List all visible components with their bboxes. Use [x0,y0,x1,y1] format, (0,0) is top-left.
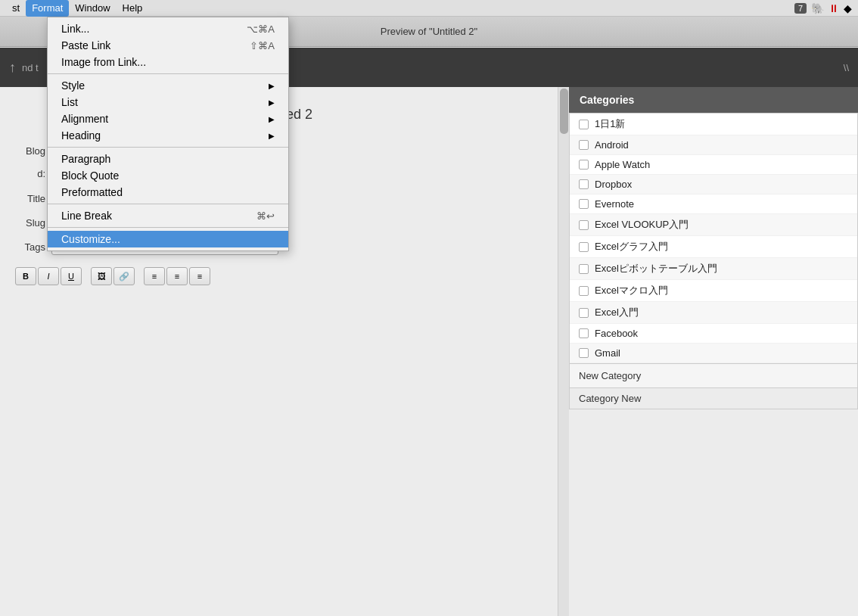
category-item: Excelマクロ入門 [570,280,857,302]
category-btn-row: Category New [569,388,858,409]
format-toolbar: B I U 🖼 🔗 ≡ ≡ ≡ [15,267,552,285]
category-item: Excelピボットテーブル入門 [570,258,857,280]
category-checkbox-5[interactable] [579,220,589,230]
category-item: Excel VLOOKUP入門 [570,214,857,236]
badge-count: 7 [794,3,807,14]
new-category-bar: New Category [569,364,858,388]
trello-icon: 🐘 [811,2,824,14]
menu-item-paste-link[interactable]: Paste Link ⇧⌘A [48,37,288,54]
category-checkbox-7[interactable] [579,264,589,274]
category-checkbox-6[interactable] [579,242,589,252]
fmt-btn-i[interactable]: I [38,267,59,285]
menu-item-line-break[interactable]: Line Break ⌘↩ [48,207,288,224]
status-label: d: [15,168,45,179]
separator-2 [48,147,288,148]
menubar-item-help[interactable]: Help [117,0,149,17]
menu-item-link[interactable]: Link... ⌥⌘A [48,20,288,37]
tags-label: Tags [15,241,45,253]
categories-list: 1日1新AndroidApple WatchDropboxEvernoteExc… [569,113,858,364]
category-item: Dropbox [570,175,857,194]
fmt-btn-align-center[interactable]: ≡ [166,267,188,285]
fmt-btn-align-right[interactable]: ≡ [189,267,210,285]
fmt-btn-b[interactable]: B [15,267,36,285]
blog-label: Blog [15,145,45,157]
toolbar-label: nd t [22,62,39,73]
pause-icon: ⏸ [828,2,839,14]
category-checkbox-1[interactable] [579,140,589,150]
category-item: Gmail [570,344,857,363]
category-checkbox-8[interactable] [579,286,589,296]
category-item: 1日1新 [570,114,857,135]
category-item: Excel入門 [570,302,857,324]
category-checkbox-2[interactable] [579,160,589,170]
category-item: Apple Watch [570,155,857,175]
scrollbar[interactable] [558,87,569,616]
fmt-btn-link[interactable]: 🔗 [113,267,135,285]
category-checkbox-11[interactable] [579,348,589,358]
category-item: Android [570,135,857,155]
dropbox-icon: ◆ [844,2,852,14]
menu-item-style[interactable]: Style ▶ [48,77,288,94]
menubar-right: 7 🐘 ⏸ ◆ [794,2,852,14]
menu-item-block-quote[interactable]: Block Quote [48,167,288,184]
separator-4 [48,227,288,228]
category-checkbox-10[interactable] [579,328,589,338]
fmt-btn-img[interactable]: 🖼 [91,267,112,285]
menu-item-heading[interactable]: Heading ▶ [48,127,288,144]
menu-item-preformatted[interactable]: Preformatted [48,184,288,201]
menu-item-alignment[interactable]: Alignment ▶ [48,110,288,127]
fmt-btn-u[interactable]: U [61,267,82,285]
toolbar-icon-upload[interactable]: ↑ [9,60,16,76]
menu-item-paragraph[interactable]: Paragraph [48,151,288,167]
category-checkbox-3[interactable] [579,179,589,189]
window-title: Preview of "Untitled 2" [381,26,477,37]
toolbar-icon-right: \\ [844,62,849,73]
categories-header: Categories [569,87,858,113]
categories-panel: Categories 1日1新AndroidApple WatchDropbox… [569,87,858,616]
separator-3 [48,204,288,204]
menubar-item-format[interactable]: Format [26,0,69,17]
category-checkbox-0[interactable] [579,120,589,129]
menu-item-list[interactable]: List ▶ [48,94,288,110]
format-dropdown-menu: Link... ⌥⌘A Paste Link ⇧⌘A Image from Li… [47,17,289,251]
title-label: Title [15,193,45,204]
menubar-item-st[interactable]: st [6,0,26,17]
category-checkbox-4[interactable] [579,199,589,209]
menu-item-image-from-link[interactable]: Image from Link... [48,54,288,70]
menu-item-customize[interactable]: Customize... [48,231,288,247]
category-btn-row-text: Category New [579,393,641,404]
slug-label: Slug [15,217,45,229]
category-item: Evernote [570,194,857,214]
separator-1 [48,73,288,74]
category-item: Facebook [570,324,857,344]
category-item: Excelグラフ入門 [570,236,857,258]
fmt-btn-align-left[interactable]: ≡ [144,267,165,285]
menubar-item-window[interactable]: Window [69,0,116,17]
category-checkbox-9[interactable] [579,308,589,318]
scrollbar-thumb[interactable] [560,89,568,134]
new-category-label: New Category [579,370,641,381]
menubar: st Format Window Help 7 🐘 ⏸ ◆ [0,0,858,17]
